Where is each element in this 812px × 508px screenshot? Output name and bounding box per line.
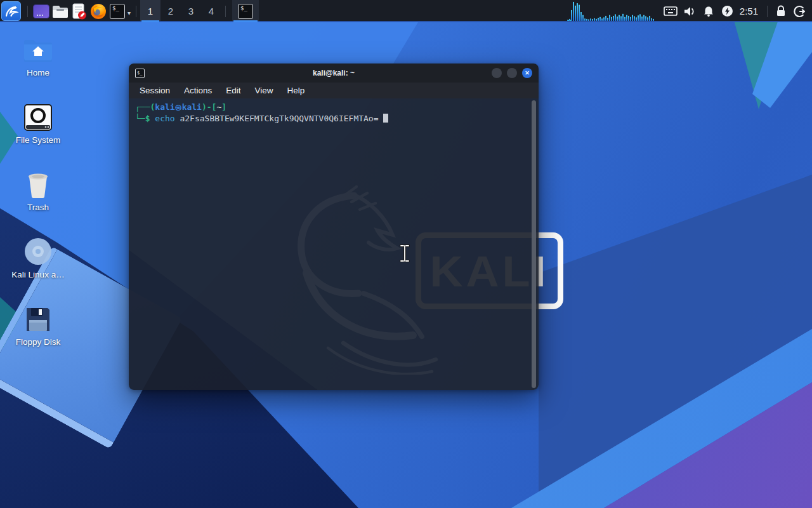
desktop-icon-floppy[interactable]: Floppy Disk [6,304,70,347]
launcher-file-manager[interactable] [51,1,70,21]
power-icon [721,5,733,17]
terminal-window-icon: $_ [135,69,145,78]
terminal-viewport[interactable]: ┌──(kali㉿kali)-[~] └─$ echo a2FsaSBBTEw9… [129,98,539,390]
volume-icon [683,6,696,17]
command-text: echo [155,114,180,123]
prompt-user: kali [155,102,174,112]
text-editor-icon [72,3,87,20]
firefox-icon [90,3,107,20]
panel-clock[interactable]: 2:51 [737,6,763,17]
terminal-title: kali@kali: ~ [129,69,539,77]
maximize-button[interactable] [507,68,517,78]
bell-icon [703,6,714,17]
workspace-3[interactable]: 3 [181,0,201,22]
disc-icon [6,236,70,265]
desktop-icon-file-system[interactable]: File System [6,102,70,145]
close-button[interactable]: ✕ [522,68,532,78]
keyboard-icon [664,6,678,17]
prompt-frame: ] [221,102,226,112]
tray-power-manager[interactable] [718,0,737,22]
desktop-icon-label: File System [6,135,70,145]
cpu-graph[interactable] [567,1,656,22]
taskbar-terminal-button[interactable]: $_ [232,0,259,22]
prompt-line-1: ┌──(kali㉿kali)-[~] [135,102,539,113]
desktop-icon-label: Floppy Disk [6,337,70,347]
kali-menu-icon [4,4,19,19]
folder-icon [52,4,69,18]
applications-menu-button[interactable] [1,1,21,21]
prompt-line-2: └─$ echo a2FsaSBBTEw9KEFMTCkgTk9QQVNTV0Q… [135,113,539,124]
desktop-app-icon [33,4,49,18]
chevron-down-icon[interactable]: ▾ [128,10,131,17]
terminal-titlebar[interactable]: $_ kali@kali: ~ ✕ [129,64,539,83]
terminal-output: ┌──(kali㉿kali)-[~] └─$ echo a2FsaSBBTEw9… [129,98,539,124]
command-argument: a2FsaSBBTEw9KEFMTCkgTk9QQVNTV0Q6IEFMTAo= [180,114,383,123]
panel-separator [225,6,226,17]
prompt-at-symbol: ㉿ [175,104,182,112]
panel-separator [136,6,136,17]
scrollbar-thumb[interactable] [532,100,536,388]
tray-lock-screen[interactable] [771,0,790,22]
panel-separator [767,6,768,17]
menu-edit[interactable]: Edit [219,84,247,97]
prompt-host: kali [182,102,202,112]
desktop-icon-home[interactable]: Home [6,34,70,77]
launcher-terminal[interactable]: $_ [108,1,127,21]
drive-icon [6,102,70,131]
minimize-button[interactable] [492,68,502,78]
launcher-text-editor[interactable] [70,1,89,21]
desktop-icon-kali-cd[interactable]: Kali Linux a… [6,236,70,279]
workspace-4[interactable]: 4 [201,0,221,22]
prompt-frame: └─$ [135,114,155,123]
launcher-firefox[interactable] [89,1,108,21]
workspace-2[interactable]: 2 [160,0,181,22]
trash-icon [6,169,70,198]
panel-separator [27,6,28,17]
terminal-scrollbar[interactable] [532,100,536,388]
desktop-icon-label: Trash [6,203,70,212]
workspace-1[interactable]: 1 [140,0,160,22]
launcher-desktop[interactable] [32,1,51,21]
kali-desktop: KALI Home File System [0,0,812,508]
floppy-icon [6,304,70,333]
lock-icon [775,5,787,17]
prompt-frame: ┌──( [135,102,155,112]
terminal-menubar: Session Actions Edit View Help [129,83,539,98]
menu-session[interactable]: Session [133,84,177,97]
terminal-launcher-icon: $_ [110,4,125,19]
menu-help[interactable]: Help [280,84,312,97]
menu-actions[interactable]: Actions [177,84,219,97]
tray-volume[interactable] [680,0,699,22]
prompt-frame: )-[ [202,102,216,112]
desktop-icon-label: Home [6,68,70,77]
logout-icon [794,5,806,18]
terminal-cursor [383,114,388,123]
tray-logout[interactable] [790,0,809,22]
tray-keyboard[interactable] [661,0,680,22]
kali-dragon-watermark [268,184,440,375]
menu-view[interactable]: View [248,84,280,97]
terminal-task-icon: $_ [238,4,253,19]
terminal-window: $_ kali@kali: ~ ✕ Session Actions Edit V… [129,64,539,390]
top-panel: $_ ▾ 1 2 3 4 $_ [0,0,812,22]
tray-notifications[interactable] [699,0,718,22]
desktop-icon-label: Kali Linux a… [6,270,70,279]
desktop-icon-trash[interactable]: Trash [6,169,70,212]
home-folder-icon [6,34,70,64]
